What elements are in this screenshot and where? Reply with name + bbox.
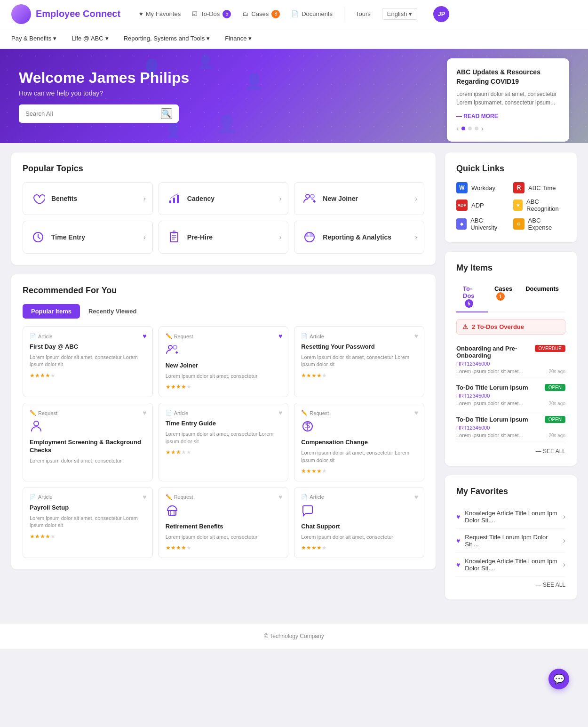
mi-tab-cases[interactable]: Cases 1 <box>488 281 519 312</box>
user-avatar[interactable]: JP <box>433 6 449 22</box>
item-desc-2: Lorem ipsum dolor sit amet, consectetur … <box>301 354 417 368</box>
topic-pre-hire[interactable]: Pre-Hire › <box>159 221 289 254</box>
fav-item-2[interactable]: ♥ Knowledge Article Title Lorum Ipm Dolo… <box>456 553 565 577</box>
language-selector[interactable]: English ▾ <box>382 8 418 20</box>
favorite-button-4[interactable]: ♥ <box>278 409 282 416</box>
mi-tab-todos[interactable]: To-Dos 5 <box>456 281 488 312</box>
nav-life-abc[interactable]: Life @ ABC ▾ <box>72 35 108 42</box>
item-title-7: Retirement Benefits <box>166 523 282 531</box>
ql-workday[interactable]: W Workday <box>456 182 509 193</box>
favorites-link[interactable]: ♥ My Favorites <box>139 10 181 17</box>
topic-cadency[interactable]: Cadency › <box>159 182 289 215</box>
topic-new-joiner[interactable]: New Joiner › <box>294 182 424 215</box>
favorite-button-3[interactable]: ♥ <box>143 409 146 416</box>
item-card-6: 📄Article ♥ Payroll Setup Lorem ipsum dol… <box>23 487 153 558</box>
todo-item-1[interactable]: To-Do Title Lorum Ipsum OPEN HRT12345000… <box>456 379 565 411</box>
item-card-3: ✏️Request ♥ Employment Screening & Backg… <box>23 403 153 481</box>
svg-point-10 <box>173 345 177 349</box>
cadency-icon <box>166 190 183 207</box>
ql-abc-expense[interactable]: C ABC Expense <box>513 217 565 231</box>
my-items-section: My Items To-Dos 5 Cases 1 Documents ⚠ 2 … <box>445 252 577 466</box>
logo-icon <box>11 4 31 24</box>
tab-recently-viewed[interactable]: Recently Viewed <box>80 304 145 319</box>
todos-link[interactable]: ☑ To-Dos 5 <box>192 10 231 18</box>
search-button[interactable]: 🔍 <box>161 108 172 119</box>
svg-rect-1 <box>173 198 175 203</box>
new-joiner-item-icon <box>166 343 179 356</box>
news-next-arrow[interactable]: › <box>481 125 484 132</box>
fav-heart-icon-2: ♥ <box>456 561 460 568</box>
favorite-button-6[interactable]: ♥ <box>143 493 146 501</box>
mi-tab-documents[interactable]: Documents <box>519 281 565 312</box>
item-desc-1: Lorem ipsum dolor sit amet, consectetur <box>166 373 282 380</box>
news-pagination: ‹ › <box>456 125 560 132</box>
todos-count-badge: 5 <box>465 299 473 308</box>
item-type-1: ✏️Request <box>166 333 282 339</box>
ql-abc-university[interactable]: ◆ ABC University <box>456 217 509 231</box>
ql-abc-recognition[interactable]: ★ ABC Recognition <box>513 198 565 212</box>
todo-item-0[interactable]: Onboarding and Pre-Onboarding OVERDUE HR… <box>456 340 565 379</box>
todo-time-2: 20s ago <box>548 433 565 438</box>
topic-time-entry-label: Time Entry <box>51 233 85 241</box>
news-read-more-link[interactable]: — READ MORE <box>456 113 498 120</box>
quick-links-section: Quick Links W Workday R ABC Time ADP ADP… <box>445 152 577 242</box>
topic-reporting[interactable]: Reporting & Analytics › <box>294 221 424 254</box>
status-badge-open-1: OPEN <box>545 384 565 391</box>
item-stars-4: ★★★★★ <box>166 449 282 455</box>
item-stars-2: ★★★★★ <box>301 372 417 379</box>
tab-popular-items[interactable]: Popular Items <box>23 304 80 319</box>
favorites-see-all[interactable]: — SEE ALL <box>456 582 565 588</box>
news-dot-2[interactable] <box>468 127 472 130</box>
ql-abc-time[interactable]: R ABC Time <box>513 182 565 193</box>
nav-reporting[interactable]: Reporting, Systems and Tools ▾ <box>124 35 210 42</box>
item-desc-3: Lorem ipsum dolor sit amet, consectetur <box>30 457 146 464</box>
secondary-navigation: Pay & Benefits ▾ Life @ ABC ▾ Reporting,… <box>0 28 588 49</box>
ql-adp[interactable]: ADP ADP <box>456 198 509 212</box>
todo-item-2[interactable]: To-Do Title Lorum Ipsum OPEN HRT12345000… <box>456 411 565 443</box>
cases-link[interactable]: 🗂 Cases 8 <box>242 10 280 18</box>
documents-link[interactable]: 📄 Documents <box>291 10 333 17</box>
nav-finance[interactable]: Finance ▾ <box>225 35 252 42</box>
favorite-button-8[interactable]: ♥ <box>414 493 418 501</box>
right-column: Quick Links W Workday R ABC Time ADP ADP… <box>445 152 577 609</box>
news-dot-3[interactable] <box>475 127 478 130</box>
favorite-button-1[interactable]: ♥ <box>278 332 282 340</box>
todos-see-all[interactable]: — SEE ALL <box>456 448 565 455</box>
fav-item-1[interactable]: ♥ Request Title Lorum Ipm Dolor Sit.... … <box>456 529 565 553</box>
todos-icon: ☑ <box>192 10 198 17</box>
hero-search-bar: 🔍 <box>19 104 179 123</box>
topic-benefits[interactable]: Benefits › <box>23 182 153 215</box>
favorite-button-2[interactable]: ♥ <box>414 332 418 340</box>
overdue-banner: ⚠ 2 To-Dos Overdue <box>456 319 565 335</box>
favorite-button-7[interactable]: ♥ <box>278 493 282 501</box>
abc-university-icon: ◆ <box>456 218 467 230</box>
topic-cadency-label: Cadency <box>187 195 215 202</box>
chevron-right-icon: › <box>143 195 146 202</box>
benefits-icon <box>30 190 47 207</box>
item-title-8: Chat Support <box>301 523 417 531</box>
my-items-title: My Items <box>456 263 565 273</box>
abc-time-icon: R <box>513 182 524 193</box>
topic-time-entry[interactable]: Time Entry › <box>23 221 153 254</box>
tours-link[interactable]: Tours <box>356 10 371 17</box>
hero-welcome-text: Welcome James Philips <box>19 69 189 87</box>
news-dot-1[interactable] <box>461 127 465 130</box>
svg-rect-13 <box>168 511 176 515</box>
favorite-button-0[interactable]: ♥ <box>143 332 146 340</box>
compensation-item-icon <box>301 420 314 433</box>
fav-item-0[interactable]: ♥ Knowledge Article Title Lorum Ipm Dolo… <box>456 505 565 529</box>
time-entry-icon <box>30 229 47 246</box>
topics-grid: Benefits › Ca <box>23 182 424 254</box>
chevron-down-icon: ▾ <box>248 35 252 42</box>
search-input[interactable] <box>25 110 156 117</box>
nav-pay-benefits[interactable]: Pay & Benefits ▾ <box>11 35 56 42</box>
favorite-button-5[interactable]: ♥ <box>414 409 418 416</box>
item-stars-5: ★★★★★ <box>301 468 417 474</box>
svg-point-3 <box>306 194 310 198</box>
item-type-8: 📄Article <box>301 494 417 500</box>
item-title-4: Time Entry Guide <box>166 420 282 428</box>
news-prev-arrow[interactable]: ‹ <box>456 125 459 132</box>
item-card-8: 📄Article ♥ Chat Support Lorem ipsum dolo… <box>294 487 424 558</box>
chevron-right-icon: › <box>279 233 282 241</box>
chevron-down-icon: ▾ <box>409 10 412 17</box>
